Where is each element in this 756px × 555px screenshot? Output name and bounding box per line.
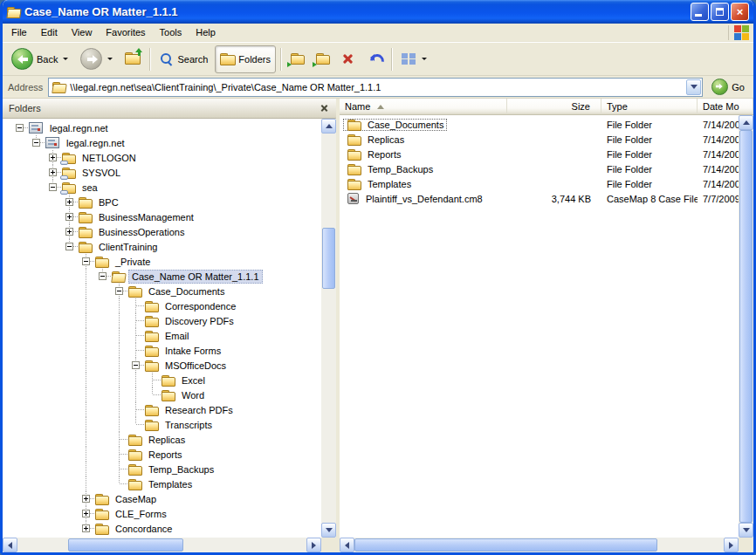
tree-item-label[interactable]: _Private <box>112 255 154 269</box>
tree-vertical-scrollbar[interactable] <box>321 119 336 538</box>
tree-item[interactable]: Email <box>11 328 321 343</box>
collapse-icon[interactable] <box>132 361 140 369</box>
search-button[interactable]: Search <box>155 45 213 73</box>
tree-item[interactable]: Concordance <box>11 521 321 536</box>
column-header-size[interactable]: Size <box>507 99 601 114</box>
expand-icon[interactable] <box>82 495 90 503</box>
tree-item-label[interactable]: BPC <box>95 195 122 209</box>
list-vertical-scrollbar[interactable] <box>739 115 753 538</box>
tree-item[interactable]: CLE_Forms <box>11 506 321 521</box>
address-combo[interactable]: \\legal.regn.net\sea\ClientTraining\_Pri… <box>48 78 703 97</box>
menu-help[interactable]: Help <box>189 24 223 40</box>
tree-item[interactable]: legal.regn.net <box>11 135 321 150</box>
tree-item[interactable]: Case_Name OR Matter_1.1.1 <box>11 269 321 284</box>
tree-item-label[interactable]: sea <box>79 181 101 195</box>
tree-item-label[interactable]: legal.regn.net <box>63 136 128 150</box>
expand-icon[interactable] <box>49 154 57 161</box>
file-row[interactable]: Plaintiff_vs_Defendant.cm83,744 KBCaseMa… <box>340 191 739 206</box>
move-to-button[interactable] <box>285 45 309 73</box>
scroll-left-button[interactable] <box>3 538 17 552</box>
address-dropdown-button[interactable] <box>686 79 701 95</box>
tree-item-label[interactable]: Replicas <box>145 433 189 447</box>
tree-item[interactable]: Excel <box>11 373 321 387</box>
scroll-up-button[interactable] <box>739 115 753 130</box>
tree-item[interactable]: Discovery PDFs <box>11 313 321 328</box>
file-name[interactable]: Reports <box>343 148 405 161</box>
collapse-icon[interactable] <box>32 139 40 147</box>
scroll-right-button[interactable] <box>306 538 321 552</box>
tree-item-label[interactable]: CLE_Forms <box>112 507 170 521</box>
tree-item-label[interactable]: Discovery PDFs <box>162 314 237 328</box>
tree-horizontal-scrollbar[interactable] <box>3 538 321 552</box>
back-dropdown-icon[interactable] <box>63 58 68 60</box>
tree-item-label[interactable]: legal.regn.net <box>46 121 112 135</box>
tree-item-label[interactable]: Excel <box>178 373 209 387</box>
delete-button[interactable] <box>336 45 360 73</box>
scroll-down-button[interactable] <box>739 523 753 538</box>
tree-item-label[interactable]: Email <box>162 329 193 343</box>
expand-icon[interactable] <box>49 168 57 176</box>
scroll-right-button[interactable] <box>724 538 739 552</box>
tree-item[interactable]: CaseMap <box>11 491 321 506</box>
up-button[interactable] <box>120 45 145 73</box>
tree-item-label[interactable]: Transcripts <box>162 418 216 432</box>
tree-item[interactable]: Reports <box>11 447 321 462</box>
tree-item[interactable]: legal.regn.net <box>11 120 321 135</box>
scrollbar-thumb[interactable] <box>68 538 183 552</box>
scrollbar-track[interactable] <box>739 130 753 523</box>
file-name[interactable]: Case_Documents <box>343 119 447 131</box>
file-name[interactable]: Replicas <box>343 134 408 146</box>
file-name[interactable]: Plaintiff_vs_Defendant.cm8 <box>343 192 486 205</box>
tree-item-label[interactable]: SYSVOL <box>79 166 124 180</box>
expand-icon[interactable] <box>65 213 73 221</box>
tree-item-label[interactable]: Case_Name OR Matter_1.1.1 <box>128 270 263 284</box>
tree-item-label[interactable]: Research PDFs <box>162 403 237 417</box>
expand-icon[interactable] <box>82 524 90 532</box>
tree-item-label[interactable]: NETLOGON <box>79 151 140 165</box>
column-header-type[interactable]: Type <box>601 99 698 114</box>
menu-tools[interactable]: Tools <box>153 24 189 40</box>
scroll-up-button[interactable] <box>321 119 336 134</box>
back-button[interactable]: Back <box>6 45 73 73</box>
tree-item[interactable]: Word <box>11 387 321 402</box>
expand-icon[interactable] <box>65 198 73 206</box>
file-row[interactable]: ReportsFile Folder7/14/200 <box>340 147 739 161</box>
close-button[interactable]: × <box>731 3 749 21</box>
tree-item[interactable]: MSOfficeDocs <box>11 358 321 373</box>
tree-item[interactable]: BusinessManagement <box>11 209 321 224</box>
file-row[interactable]: Case_DocumentsFile Folder7/14/200 <box>340 117 739 132</box>
tree-item[interactable]: NETLOGON <box>11 150 321 165</box>
tree-item-label[interactable]: Case_Documents <box>145 284 228 298</box>
menu-view[interactable]: View <box>65 24 100 40</box>
menu-edit[interactable]: Edit <box>34 24 65 40</box>
expand-icon[interactable] <box>82 510 90 517</box>
tree-item[interactable]: BusinessOperations <box>11 224 321 239</box>
views-button[interactable] <box>396 45 432 73</box>
expand-icon[interactable] <box>65 228 73 236</box>
tree-item[interactable]: Replicas <box>11 432 321 447</box>
collapse-icon[interactable] <box>99 272 107 280</box>
scrollbar-thumb[interactable] <box>354 538 657 552</box>
tree-item[interactable]: Temp_Backups <box>11 462 321 476</box>
address-path[interactable]: \\legal.regn.net\sea\ClientTraining\_Pri… <box>70 82 682 92</box>
tree-item-label[interactable]: Temp_Backups <box>145 462 217 476</box>
scroll-down-button[interactable] <box>321 523 336 538</box>
tree-item[interactable]: Intake Forms <box>11 343 321 358</box>
tree-item-label[interactable]: ClientTraining <box>95 240 161 254</box>
undo-button[interactable] <box>361 45 387 73</box>
folders-pane-close-icon[interactable] <box>319 103 330 114</box>
tree-item-label[interactable]: Correspondence <box>162 299 239 313</box>
file-name[interactable]: Templates <box>343 178 415 190</box>
file-row[interactable]: Temp_BackupsFile Folder7/14/200 <box>340 161 739 176</box>
title-bar[interactable]: Case_Name OR Matter_1.1.1 × <box>3 0 753 24</box>
tree-item[interactable]: Case_Documents <box>11 284 321 298</box>
tree-item[interactable]: Correspondence <box>11 298 321 313</box>
collapse-icon[interactable] <box>115 287 123 295</box>
scrollbar-track[interactable] <box>354 538 724 552</box>
column-header-name[interactable]: Name <box>340 99 507 114</box>
tree-item[interactable]: sea <box>11 180 321 195</box>
minimize-button[interactable] <box>691 3 709 21</box>
copy-to-button[interactable] <box>311 45 334 73</box>
tree-item-label[interactable]: Concordance <box>112 522 175 536</box>
forward-button[interactable] <box>75 45 118 73</box>
